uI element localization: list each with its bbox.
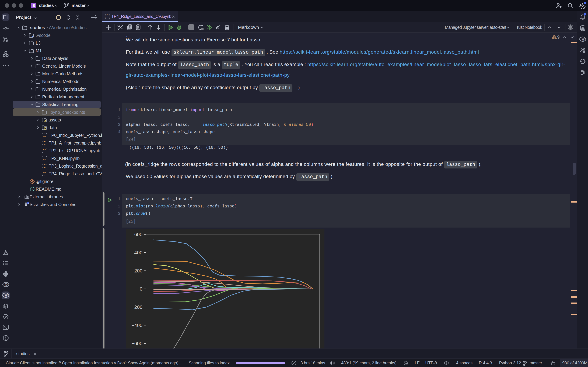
svg-text:−600: −600 xyxy=(131,341,142,346)
svg-text:R: R xyxy=(4,282,8,287)
svg-text:−400: −400 xyxy=(131,323,142,328)
svg-text:0: 0 xyxy=(140,286,142,292)
svg-text:R: R xyxy=(4,293,8,298)
svg-text:200: 200 xyxy=(134,268,142,274)
svg-text:−200: −200 xyxy=(131,304,142,310)
svg-text:600: 600 xyxy=(134,232,142,237)
svg-text:400: 400 xyxy=(134,250,142,255)
svg-text:R: R xyxy=(581,37,585,42)
